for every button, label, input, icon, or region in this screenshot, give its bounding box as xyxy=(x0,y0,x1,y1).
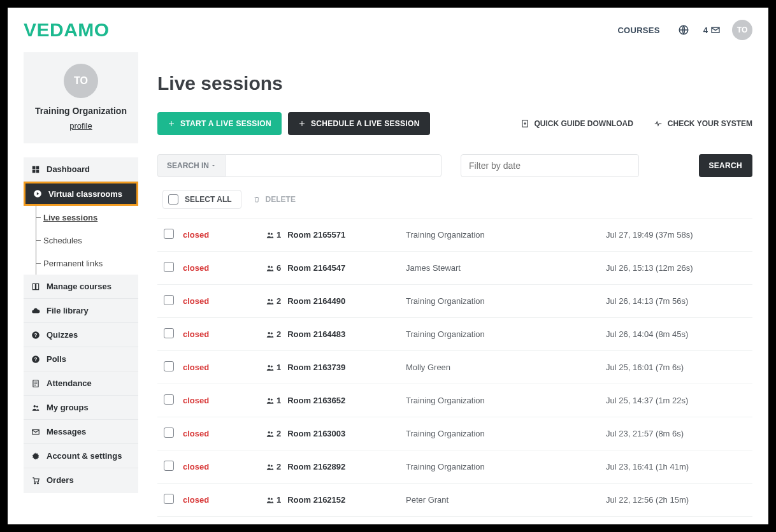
nav-virtual-classrooms[interactable]: Virtual classrooms xyxy=(24,182,138,206)
svg-rect-4 xyxy=(36,169,40,173)
session-room-name: Room 2163652 xyxy=(287,396,345,405)
session-row-checkbox[interactable] xyxy=(164,428,174,438)
search-in-dropdown[interactable]: SEARCH IN xyxy=(157,154,225,177)
start-live-session-button[interactable]: START A LIVE SESSION xyxy=(157,112,282,135)
nav-dashboard[interactable]: Dashboard xyxy=(24,157,138,182)
session-status: closed xyxy=(183,263,266,273)
session-row-checkbox[interactable] xyxy=(164,229,174,239)
subnav-live-sessions[interactable]: Live sessions xyxy=(24,206,138,229)
session-row[interactable]: closed 1 Room 2165571 Training Organizat… xyxy=(157,219,752,252)
nav-virtual-subnav: Live sessions Schedules Permanent links xyxy=(24,206,138,275)
question-icon: ? xyxy=(31,331,40,340)
svg-point-22 xyxy=(271,266,273,268)
select-all[interactable]: SELECT ALL xyxy=(162,190,241,209)
logo: VEDAMO xyxy=(24,19,110,41)
select-row: SELECT ALL DELETE xyxy=(157,187,752,218)
users-icon xyxy=(266,396,275,405)
session-status: closed xyxy=(183,462,266,471)
svg-rect-1 xyxy=(32,166,36,169)
session-time: Jul 26, 14:04 (8m 45s) xyxy=(606,329,752,339)
nav-polls[interactable]: ? Polls xyxy=(24,347,138,371)
session-row[interactable]: closed 2 Room 2164483 Training Organizat… xyxy=(157,318,752,351)
session-room-name: Room 2164547 xyxy=(287,263,345,273)
envelope-icon xyxy=(31,428,40,436)
subnav-permanent-links[interactable]: Permanent links xyxy=(24,252,138,275)
quick-guide-download[interactable]: QUICK GUIDE DOWNLOAD xyxy=(521,119,633,128)
nav-file-library[interactable]: File library xyxy=(24,299,138,323)
nav-messages[interactable]: Messages xyxy=(24,420,138,444)
session-row[interactable]: closed 1 Room 2163739 Molly Green Jul 25… xyxy=(157,351,752,384)
users-count-value: 6 xyxy=(277,263,281,273)
svg-point-16 xyxy=(34,482,36,484)
select-all-checkbox[interactable] xyxy=(168,194,178,205)
users-count-value: 2 xyxy=(277,296,281,306)
nav-label: Account & settings xyxy=(47,451,122,461)
session-organizer: Training Organization xyxy=(406,462,606,471)
users-icon xyxy=(266,231,275,240)
filter-by-date-input[interactable] xyxy=(461,154,639,177)
session-row[interactable]: closed 6 Room 2164547 James Stewart Jul … xyxy=(157,252,752,285)
svg-point-23 xyxy=(268,298,271,301)
session-time: Jul 26, 15:13 (12m 26s) xyxy=(606,263,752,273)
check-your-system[interactable]: CHECK YOUR SYSTEM xyxy=(654,119,752,128)
search-input[interactable] xyxy=(225,154,442,177)
courses-link[interactable]: COURSES xyxy=(617,25,659,35)
session-row[interactable]: closed 1 Room 2162152 Peter Grant Jul 22… xyxy=(157,484,752,517)
search-button[interactable]: SEARCH xyxy=(699,154,752,177)
session-row[interactable]: closed 2 Room 2162892 Training Organizat… xyxy=(157,450,752,484)
download-icon xyxy=(521,119,529,128)
session-row-checkbox[interactable] xyxy=(164,361,174,371)
session-row-checkbox[interactable] xyxy=(164,461,174,471)
globe-icon[interactable] xyxy=(678,24,689,36)
svg-point-35 xyxy=(268,497,271,500)
subnav-schedules[interactable]: Schedules xyxy=(24,229,138,252)
nav-account-settings[interactable]: Account & settings xyxy=(24,444,138,468)
session-row-checkbox[interactable] xyxy=(164,295,174,305)
session-status: closed xyxy=(183,429,266,438)
session-organizer: Peter Grant xyxy=(406,495,606,505)
users-count: 2 xyxy=(266,462,281,471)
session-status: closed xyxy=(183,329,266,339)
nav-manage-courses[interactable]: Manage courses xyxy=(24,275,138,299)
nav-label: My groups xyxy=(47,403,89,412)
profile-link[interactable]: profile xyxy=(30,121,132,131)
svg-point-24 xyxy=(271,299,273,301)
session-row[interactable]: closed 2 Room 2164490 Training Organizat… xyxy=(157,285,752,318)
session-row-checkbox[interactable] xyxy=(164,262,174,272)
svg-point-30 xyxy=(271,398,273,400)
user-avatar[interactable]: TO xyxy=(732,20,752,40)
session-organizer: Training Organization xyxy=(406,396,606,405)
nav-label: Messages xyxy=(47,427,86,436)
session-status: closed xyxy=(183,296,266,306)
users-icon xyxy=(31,403,40,412)
session-time: Jul 23, 16:41 (1h 41m) xyxy=(606,462,752,471)
svg-rect-2 xyxy=(36,166,40,169)
session-organizer: James Stewart xyxy=(406,263,606,273)
svg-text:?: ? xyxy=(34,332,38,338)
book-icon xyxy=(31,282,40,291)
gear-icon xyxy=(31,452,40,461)
users-icon xyxy=(266,264,275,273)
nav-attendance[interactable]: Attendance xyxy=(24,371,138,396)
users-count-value: 2 xyxy=(277,429,281,438)
nav-label: Manage courses xyxy=(47,282,111,291)
session-row[interactable]: closed 2 Room 2163003 Training Organizat… xyxy=(157,417,752,450)
sidebar: TO Training Organization profile Dashboa… xyxy=(24,52,138,492)
session-organizer: Training Organization xyxy=(406,429,606,438)
nav-my-groups[interactable]: My groups xyxy=(24,396,138,420)
session-status: closed xyxy=(183,396,266,405)
session-row-checkbox[interactable] xyxy=(164,394,174,405)
notification-count[interactable]: 4 xyxy=(703,25,721,35)
delete-button[interactable]: DELETE xyxy=(253,195,296,204)
session-row[interactable]: closed 1 Room 2163652 Training Organizat… xyxy=(157,384,752,417)
session-room-name: Room 2165571 xyxy=(287,230,345,240)
plus-icon xyxy=(298,120,306,127)
nav-quizzes[interactable]: ? Quizzes xyxy=(24,323,138,347)
schedule-live-session-button[interactable]: SCHEDULE A LIVE SESSION xyxy=(288,112,430,135)
session-row-checkbox[interactable] xyxy=(164,494,174,504)
nav-orders[interactable]: Orders xyxy=(24,468,138,492)
svg-rect-3 xyxy=(32,169,36,173)
users-icon xyxy=(266,463,275,471)
session-room-name: Room 2163739 xyxy=(287,363,345,372)
session-row-checkbox[interactable] xyxy=(164,328,174,338)
